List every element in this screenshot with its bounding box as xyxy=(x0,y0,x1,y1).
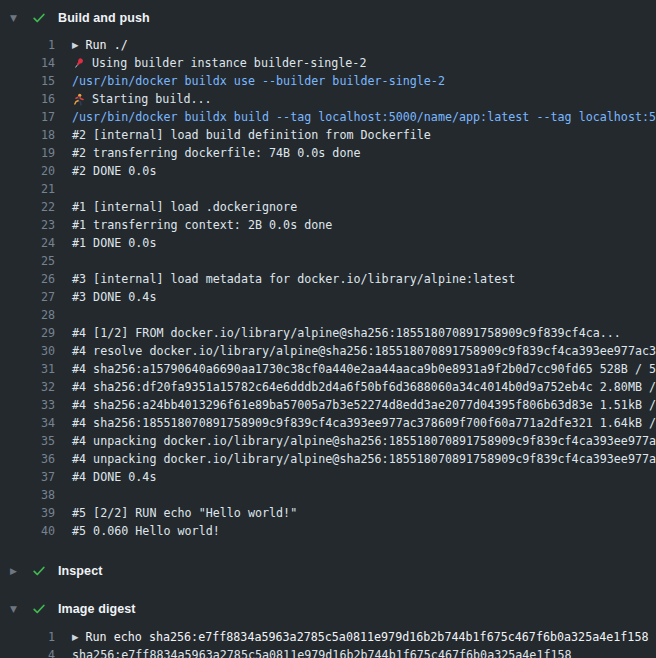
expand-arrow-icon[interactable]: ▶ xyxy=(72,36,79,54)
expand-arrow-icon[interactable]: ▶ xyxy=(72,628,79,646)
line-number[interactable]: 32 xyxy=(0,378,55,396)
line-text: #1 [internal] load .dockerignore xyxy=(72,198,297,216)
log-line: 27#3 DONE 0.4s xyxy=(0,288,656,306)
line-text: /usr/bin/docker buildx use --builder bui… xyxy=(72,72,445,90)
section-header-inspect[interactable]: ▶Inspect xyxy=(0,552,656,590)
log-line: 38 xyxy=(0,486,656,504)
line-content: #2 DONE 0.0s xyxy=(55,162,156,180)
log-line: 17/usr/bin/docker buildx build --tag loc… xyxy=(0,108,656,126)
log-line: 33#4 sha256:a24bb4013296f61e89ba57005a7b… xyxy=(0,396,656,414)
line-number[interactable]: 19 xyxy=(0,144,55,162)
line-text: #4 sha256:185518070891758909c9f839cf4ca3… xyxy=(72,414,656,432)
line-text: #5 [2/2] RUN echo "Hello world!" xyxy=(72,504,297,522)
log-line: 4sha256:e7ff8834a5963a2785c5a0811e979d16… xyxy=(0,646,656,658)
caret-down-icon[interactable]: ▼ xyxy=(10,14,32,23)
section-header-image-digest[interactable]: ▼Image digest xyxy=(0,590,656,628)
log-section-image-digest: ▼Image digest1▶Run echo sha256:e7ff8834a… xyxy=(0,590,656,658)
line-content: #1 DONE 0.0s xyxy=(55,234,156,252)
workflow-log: ▼Build and push1▶Run ./14Using builder i… xyxy=(0,0,656,658)
line-number[interactable]: 34 xyxy=(0,414,55,432)
log-line: 22#1 [internal] load .dockerignore xyxy=(0,198,656,216)
line-number[interactable]: 33 xyxy=(0,396,55,414)
log-line: 29#4 [1/2] FROM docker.io/library/alpine… xyxy=(0,324,656,342)
line-number[interactable]: 15 xyxy=(0,72,55,90)
line-text: Using builder instance builder-single-2 xyxy=(92,54,366,72)
line-number[interactable]: 16 xyxy=(0,90,55,108)
log-line: 37#4 DONE 0.4s xyxy=(0,468,656,486)
log-line: 16Starting build... xyxy=(0,90,656,108)
line-number[interactable]: 37 xyxy=(0,468,55,486)
section-header-build-and-push[interactable]: ▼Build and push xyxy=(0,0,656,36)
line-content: /usr/bin/docker buildx use --builder bui… xyxy=(55,72,445,90)
line-number[interactable]: 26 xyxy=(0,270,55,288)
line-number[interactable]: 29 xyxy=(0,324,55,342)
log-line: 20#2 DONE 0.0s xyxy=(0,162,656,180)
log-line: 19#2 transferring dockerfile: 74B 0.0s d… xyxy=(0,144,656,162)
line-number[interactable]: 27 xyxy=(0,288,55,306)
line-content: ▶Run echo sha256:e7ff8834a5963a2785c5a08… xyxy=(55,628,648,646)
caret-down-icon[interactable]: ▼ xyxy=(10,605,32,614)
log-line: 36#4 unpacking docker.io/library/alpine@… xyxy=(0,450,656,468)
line-content: #4 unpacking docker.io/library/alpine@sh… xyxy=(55,432,656,450)
line-text: #5 0.060 Hello world! xyxy=(72,522,220,540)
log-section-build-and-push: ▼Build and push1▶Run ./14Using builder i… xyxy=(0,0,656,540)
line-number[interactable]: 38 xyxy=(0,486,55,504)
line-text: #2 [internal] load build definition from… xyxy=(72,126,431,144)
runner-icon xyxy=(72,93,85,106)
line-number[interactable]: 4 xyxy=(0,646,55,658)
line-number[interactable]: 35 xyxy=(0,432,55,450)
line-number[interactable]: 22 xyxy=(0,198,55,216)
line-number[interactable]: 24 xyxy=(0,234,55,252)
pushpin-icon xyxy=(72,57,85,70)
line-number[interactable]: 28 xyxy=(0,306,55,324)
log-section-inspect: ▶Inspect xyxy=(0,552,656,590)
line-number[interactable]: 40 xyxy=(0,522,55,540)
line-content: #5 0.060 Hello world! xyxy=(55,522,220,540)
line-text: #2 DONE 0.0s xyxy=(72,162,156,180)
log-line: 31#4 sha256:a15790640a6690aa1730c38cf0a4… xyxy=(0,360,656,378)
line-number[interactable]: 14 xyxy=(0,54,55,72)
line-number[interactable]: 20 xyxy=(0,162,55,180)
line-content: #4 unpacking docker.io/library/alpine@sh… xyxy=(55,450,656,468)
line-content: #5 [2/2] RUN echo "Hello world!" xyxy=(55,504,297,522)
section-title: Build and push xyxy=(58,11,150,25)
line-text: #2 transferring dockerfile: 74B 0.0s don… xyxy=(72,144,361,162)
line-content xyxy=(55,180,72,198)
line-content xyxy=(55,252,72,270)
line-content: #4 sha256:185518070891758909c9f839cf4ca3… xyxy=(55,414,656,432)
line-number[interactable]: 1 xyxy=(0,628,55,646)
line-content: #3 [internal] load metadata for docker.i… xyxy=(55,270,515,288)
caret-right-icon[interactable]: ▶ xyxy=(10,567,32,576)
log-lines: 1▶Run echo sha256:e7ff8834a5963a2785c5a0… xyxy=(0,628,656,658)
log-line: 21 xyxy=(0,180,656,198)
check-icon xyxy=(32,602,58,616)
line-number[interactable]: 36 xyxy=(0,450,55,468)
line-number[interactable]: 25 xyxy=(0,252,55,270)
line-number[interactable]: 39 xyxy=(0,504,55,522)
line-number[interactable]: 30 xyxy=(0,342,55,360)
line-number[interactable]: 31 xyxy=(0,360,55,378)
log-line: 32#4 sha256:df20fa9351a15782c64e6dddb2d4… xyxy=(0,378,656,396)
line-text: #4 DONE 0.4s xyxy=(72,468,156,486)
log-line: 25 xyxy=(0,252,656,270)
line-number[interactable]: 18 xyxy=(0,126,55,144)
line-text: #1 DONE 0.0s xyxy=(72,234,156,252)
line-text: Starting build... xyxy=(92,90,212,108)
line-number[interactable]: 23 xyxy=(0,216,55,234)
line-content: #1 transferring context: 2B 0.0s done xyxy=(55,216,332,234)
line-number[interactable]: 17 xyxy=(0,108,55,126)
line-text: #3 DONE 0.4s xyxy=(72,288,156,306)
line-text: Run ./ xyxy=(86,36,128,54)
line-content: /usr/bin/docker buildx build --tag local… xyxy=(55,108,656,126)
line-content: #2 [internal] load build definition from… xyxy=(55,126,431,144)
log-line: 26#3 [internal] load metadata for docker… xyxy=(0,270,656,288)
line-text: #4 resolve docker.io/library/alpine@sha2… xyxy=(72,342,656,360)
line-number[interactable]: 1 xyxy=(0,36,55,54)
line-number[interactable]: 21 xyxy=(0,180,55,198)
line-text: #1 transferring context: 2B 0.0s done xyxy=(72,216,332,234)
line-text: #4 unpacking docker.io/library/alpine@sh… xyxy=(72,432,656,450)
log-line: 15/usr/bin/docker buildx use --builder b… xyxy=(0,72,656,90)
log-line: 35#4 unpacking docker.io/library/alpine@… xyxy=(0,432,656,450)
line-content: #4 resolve docker.io/library/alpine@sha2… xyxy=(55,342,656,360)
line-text: #3 [internal] load metadata for docker.i… xyxy=(72,270,515,288)
